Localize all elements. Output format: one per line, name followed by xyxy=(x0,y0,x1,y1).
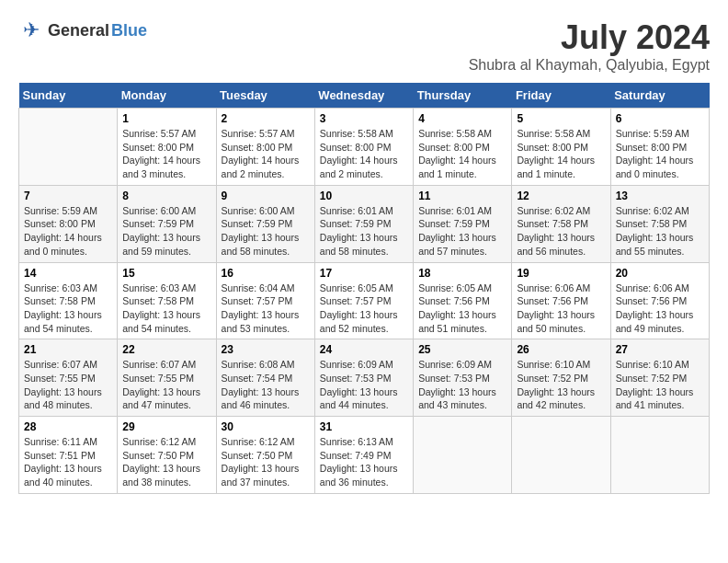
week-row-1: 1 Sunrise: 5:57 AMSunset: 8:00 PMDayligh… xyxy=(19,109,710,186)
week-row-2: 7 Sunrise: 5:59 AMSunset: 8:00 PMDayligh… xyxy=(19,185,710,262)
day-info: Sunrise: 6:02 AMSunset: 7:58 PMDaylight:… xyxy=(517,204,605,259)
header: ✈ General Blue July 2024 Shubra al Khaym… xyxy=(18,18,710,74)
calendar-cell: 13 Sunrise: 6:02 AMSunset: 7:58 PMDaylig… xyxy=(610,185,709,262)
day-number: 10 xyxy=(320,190,408,202)
day-number: 2 xyxy=(222,112,310,125)
day-number: 11 xyxy=(418,190,506,202)
day-header-tuesday: Tuesday xyxy=(216,83,314,109)
day-number: 21 xyxy=(24,343,112,356)
day-info: Sunrise: 5:57 AMSunset: 8:00 PMDaylight:… xyxy=(222,127,310,181)
calendar-cell xyxy=(19,109,118,186)
calendar-cell: 25 Sunrise: 6:09 AMSunset: 7:53 PMDaylig… xyxy=(414,339,512,417)
calendar-cell: 27 Sunrise: 6:10 AMSunset: 7:52 PMDaylig… xyxy=(610,339,709,417)
day-info: Sunrise: 6:01 AMSunset: 7:59 PMDaylight:… xyxy=(320,204,408,259)
calendar-header-row: SundayMondayTuesdayWednesdayThursdayFrid… xyxy=(19,83,710,109)
logo-icon: ✈ xyxy=(18,18,44,44)
day-info: Sunrise: 6:06 AMSunset: 7:56 PMDaylight:… xyxy=(517,282,605,336)
calendar-cell xyxy=(610,417,709,494)
calendar-cell: 17 Sunrise: 6:05 AMSunset: 7:57 PMDaylig… xyxy=(314,262,413,339)
day-number: 12 xyxy=(517,190,605,202)
day-number: 27 xyxy=(616,343,704,356)
calendar-cell: 5 Sunrise: 5:58 AMSunset: 8:00 PMDayligh… xyxy=(512,109,610,186)
page-title: July 2024 xyxy=(469,18,710,57)
svg-text:✈: ✈ xyxy=(23,18,40,41)
calendar-cell: 6 Sunrise: 5:59 AMSunset: 8:00 PMDayligh… xyxy=(610,109,709,186)
day-info: Sunrise: 6:05 AMSunset: 7:56 PMDaylight:… xyxy=(418,282,506,336)
day-info: Sunrise: 6:10 AMSunset: 7:52 PMDaylight:… xyxy=(517,358,605,412)
day-number: 1 xyxy=(122,112,210,125)
calendar-cell: 30 Sunrise: 6:12 AMSunset: 7:50 PMDaylig… xyxy=(216,417,314,494)
calendar-cell: 29 Sunrise: 6:12 AMSunset: 7:50 PMDaylig… xyxy=(118,417,216,494)
day-header-wednesday: Wednesday xyxy=(314,83,413,109)
day-number: 30 xyxy=(222,420,310,433)
week-row-5: 28 Sunrise: 6:11 AMSunset: 7:51 PMDaylig… xyxy=(19,417,710,494)
day-number: 29 xyxy=(122,420,210,433)
day-number: 13 xyxy=(616,190,704,202)
calendar-cell: 18 Sunrise: 6:05 AMSunset: 7:56 PMDaylig… xyxy=(414,262,512,339)
day-number: 24 xyxy=(320,343,408,356)
day-number: 20 xyxy=(616,267,704,280)
day-number: 19 xyxy=(517,267,605,280)
day-header-thursday: Thursday xyxy=(414,83,512,109)
day-info: Sunrise: 6:02 AMSunset: 7:58 PMDaylight:… xyxy=(616,204,704,259)
calendar-cell: 7 Sunrise: 5:59 AMSunset: 8:00 PMDayligh… xyxy=(19,185,118,262)
calendar-cell: 15 Sunrise: 6:03 AMSunset: 7:58 PMDaylig… xyxy=(118,262,216,339)
calendar-cell: 10 Sunrise: 6:01 AMSunset: 7:59 PMDaylig… xyxy=(314,185,413,262)
day-number: 31 xyxy=(320,420,408,433)
calendar-cell: 26 Sunrise: 6:10 AMSunset: 7:52 PMDaylig… xyxy=(512,339,610,417)
calendar-cell xyxy=(414,417,512,494)
day-number: 18 xyxy=(418,267,506,280)
calendar-cell: 28 Sunrise: 6:11 AMSunset: 7:51 PMDaylig… xyxy=(19,417,118,494)
day-number: 14 xyxy=(24,267,112,280)
calendar-cell: 11 Sunrise: 6:01 AMSunset: 7:59 PMDaylig… xyxy=(414,185,512,262)
day-info: Sunrise: 5:57 AMSunset: 8:00 PMDaylight:… xyxy=(122,127,210,181)
logo-text-blue: Blue xyxy=(111,22,147,40)
calendar-cell: 4 Sunrise: 5:58 AMSunset: 8:00 PMDayligh… xyxy=(414,109,512,186)
day-info: Sunrise: 6:09 AMSunset: 7:53 PMDaylight:… xyxy=(418,358,506,412)
day-header-sunday: Sunday xyxy=(19,83,118,109)
day-info: Sunrise: 5:58 AMSunset: 8:00 PMDaylight:… xyxy=(517,127,605,181)
calendar-cell: 22 Sunrise: 6:07 AMSunset: 7:55 PMDaylig… xyxy=(118,339,216,417)
calendar-cell: 1 Sunrise: 5:57 AMSunset: 8:00 PMDayligh… xyxy=(118,109,216,186)
calendar-table: SundayMondayTuesdayWednesdayThursdayFrid… xyxy=(18,83,710,494)
day-info: Sunrise: 6:00 AMSunset: 7:59 PMDaylight:… xyxy=(122,204,210,259)
day-info: Sunrise: 6:03 AMSunset: 7:58 PMDaylight:… xyxy=(122,282,210,336)
calendar-cell: 19 Sunrise: 6:06 AMSunset: 7:56 PMDaylig… xyxy=(512,262,610,339)
day-info: Sunrise: 6:09 AMSunset: 7:53 PMDaylight:… xyxy=(320,358,408,412)
day-info: Sunrise: 5:58 AMSunset: 8:00 PMDaylight:… xyxy=(320,127,408,181)
day-number: 26 xyxy=(517,343,605,356)
calendar-cell: 8 Sunrise: 6:00 AMSunset: 7:59 PMDayligh… xyxy=(118,185,216,262)
day-info: Sunrise: 6:00 AMSunset: 7:59 PMDaylight:… xyxy=(222,204,310,259)
week-row-3: 14 Sunrise: 6:03 AMSunset: 7:58 PMDaylig… xyxy=(19,262,710,339)
day-info: Sunrise: 6:10 AMSunset: 7:52 PMDaylight:… xyxy=(616,358,704,412)
calendar-cell: 16 Sunrise: 6:04 AMSunset: 7:57 PMDaylig… xyxy=(216,262,314,339)
calendar-cell: 21 Sunrise: 6:07 AMSunset: 7:55 PMDaylig… xyxy=(19,339,118,417)
page-subtitle: Shubra al Khaymah, Qalyubia, Egypt xyxy=(469,57,710,74)
day-number: 17 xyxy=(320,267,408,280)
day-number: 23 xyxy=(222,343,310,356)
calendar-cell: 3 Sunrise: 5:58 AMSunset: 8:00 PMDayligh… xyxy=(314,109,413,186)
day-header-friday: Friday xyxy=(512,83,610,109)
calendar-cell: 14 Sunrise: 6:03 AMSunset: 7:58 PMDaylig… xyxy=(19,262,118,339)
title-section: July 2024 Shubra al Khaymah, Qalyubia, E… xyxy=(469,18,710,74)
day-info: Sunrise: 6:05 AMSunset: 7:57 PMDaylight:… xyxy=(320,282,408,336)
day-info: Sunrise: 6:13 AMSunset: 7:49 PMDaylight:… xyxy=(320,435,408,489)
day-info: Sunrise: 6:11 AMSunset: 7:51 PMDaylight:… xyxy=(24,435,112,489)
logo: ✈ General Blue xyxy=(18,18,147,44)
calendar-cell xyxy=(512,417,610,494)
day-info: Sunrise: 6:06 AMSunset: 7:56 PMDaylight:… xyxy=(616,282,704,336)
day-number: 9 xyxy=(222,190,310,202)
day-number: 4 xyxy=(418,112,506,125)
calendar-cell: 2 Sunrise: 5:57 AMSunset: 8:00 PMDayligh… xyxy=(216,109,314,186)
day-info: Sunrise: 6:07 AMSunset: 7:55 PMDaylight:… xyxy=(24,358,112,412)
day-header-saturday: Saturday xyxy=(610,83,709,109)
day-number: 25 xyxy=(418,343,506,356)
calendar-cell: 20 Sunrise: 6:06 AMSunset: 7:56 PMDaylig… xyxy=(610,262,709,339)
day-number: 16 xyxy=(222,267,310,280)
logo-text-general: General xyxy=(48,22,109,40)
day-info: Sunrise: 5:59 AMSunset: 8:00 PMDaylight:… xyxy=(24,204,112,259)
day-info: Sunrise: 6:07 AMSunset: 7:55 PMDaylight:… xyxy=(122,358,210,412)
day-info: Sunrise: 5:58 AMSunset: 8:00 PMDaylight:… xyxy=(418,127,506,181)
day-info: Sunrise: 6:01 AMSunset: 7:59 PMDaylight:… xyxy=(418,204,506,259)
day-info: Sunrise: 6:03 AMSunset: 7:58 PMDaylight:… xyxy=(24,282,112,336)
